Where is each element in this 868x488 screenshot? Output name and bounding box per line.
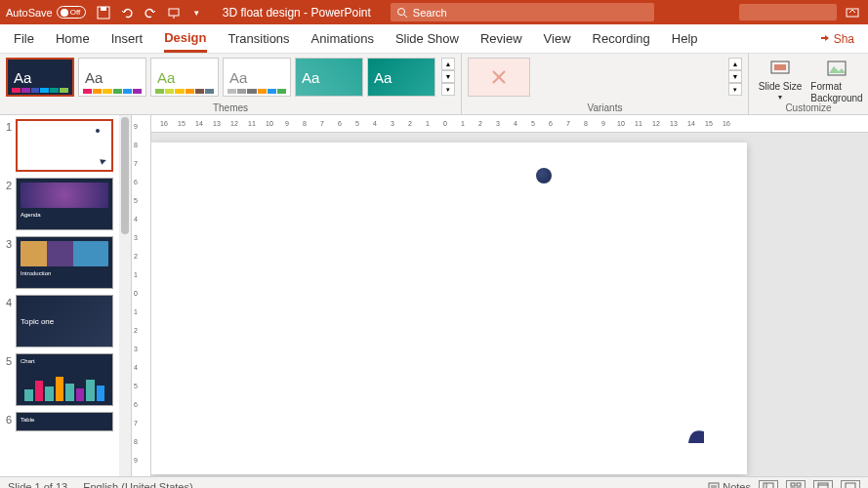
document-title: 3D float design - PowerPoint — [223, 6, 371, 20]
svg-line-5 — [404, 15, 407, 18]
theme-thumb-2[interactable]: Aa — [78, 58, 146, 97]
autosave-switch[interactable]: Off — [57, 6, 86, 19]
slide-canvas[interactable] — [151, 142, 747, 474]
svg-rect-16 — [764, 483, 773, 489]
slide-thumb-row: 3 Introduction — [2, 236, 129, 289]
format-background-icon — [826, 58, 847, 79]
sorter-view-button[interactable] — [786, 480, 806, 489]
tab-review[interactable]: Review — [480, 26, 522, 51]
share-icon — [819, 33, 831, 45]
svg-rect-24 — [846, 483, 855, 489]
slide-thumb-row: 4 Topic one — [2, 295, 129, 347]
tab-insert[interactable]: Insert — [111, 26, 144, 51]
tab-slideshow[interactable]: Slide Show — [395, 26, 459, 51]
vertical-ruler: 9876543210123456789 — [132, 115, 151, 476]
svg-rect-7 — [821, 37, 825, 39]
svg-rect-18 — [791, 483, 795, 486]
themes-scroll-up[interactable]: ▲ — [441, 58, 455, 70]
tab-help[interactable]: Help — [672, 26, 698, 51]
slide-thumb-row: 1 — [2, 119, 129, 172]
svg-point-4 — [397, 8, 404, 15]
title-bar: AutoSave Off ▾ 3D float design - PowerPo… — [0, 0, 868, 24]
autosave-label: AutoSave — [6, 7, 53, 19]
language-status[interactable]: English (United States) — [83, 481, 193, 489]
svg-rect-19 — [797, 483, 801, 486]
theme-thumb-1[interactable]: Aa — [6, 58, 74, 97]
customize-group: Slide Size ▾ Format Background Customize — [749, 54, 868, 114]
canvas-area[interactable] — [151, 133, 868, 476]
slide-size-icon — [769, 58, 791, 79]
workspace: 1 2 Agenda 3 Introduction 4 Topic one 5 … — [0, 115, 868, 476]
svg-rect-22 — [818, 483, 828, 489]
customize-group-label: Customize — [749, 102, 868, 113]
close-icon — [489, 67, 509, 87]
variants-scroll-up[interactable]: ▲ — [728, 58, 742, 70]
slide-thumb-2[interactable]: Agenda — [16, 178, 113, 230]
normal-view-button[interactable] — [759, 480, 778, 489]
quick-access-toolbar: ▾ — [96, 5, 205, 20]
theme-thumb-3[interactable]: Aa — [150, 58, 219, 97]
themes-group-label: Themes — [0, 102, 461, 113]
variants-expand[interactable]: ▾ — [728, 83, 742, 96]
horizontal-ruler: 1615141312111098765432101234567891011121… — [151, 115, 868, 133]
tab-transitions[interactable]: Transitions — [228, 26, 290, 51]
svg-rect-2 — [169, 9, 179, 16]
variant-thumb-1[interactable] — [468, 58, 530, 97]
slide-thumbnails-panel: 1 2 Agenda 3 Introduction 4 Topic one 5 … — [0, 115, 132, 476]
qa-dropdown-icon[interactable]: ▾ — [189, 5, 205, 20]
svg-rect-1 — [101, 7, 106, 11]
variants-group-label: Variants — [462, 102, 748, 113]
variants-scroll-down[interactable]: ▼ — [728, 70, 742, 83]
ribbon-design: Aa Aa Aa Aa Aa Aa ▲ ▼ ▾ Themes ▲ ▼ ▾ Var… — [0, 54, 868, 115]
titlebar-right — [739, 4, 862, 20]
reading-view-button[interactable] — [813, 480, 833, 489]
slideshow-view-button[interactable] — [841, 480, 860, 489]
tab-animations[interactable]: Animations — [311, 26, 374, 51]
themes-scroll-down[interactable]: ▼ — [441, 70, 455, 83]
autosave-toggle[interactable]: AutoSave Off — [6, 6, 86, 19]
slide-thumb-4[interactable]: Topic one — [16, 295, 113, 347]
slide-thumb-3[interactable]: Introduction — [16, 236, 113, 289]
search-input[interactable]: Search — [391, 3, 654, 21]
user-account[interactable] — [739, 4, 837, 20]
variants-scroll: ▲ ▼ ▾ — [728, 58, 742, 96]
editor-area: 1615141312111098765432101234567891011121… — [151, 115, 868, 476]
slide-thumb-row: 2 Agenda — [2, 178, 129, 230]
slide-thumb-row: 5 Chart — [2, 353, 129, 406]
ribbon-options-icon[interactable] — [843, 5, 862, 20]
slide-thumb-1[interactable] — [16, 119, 113, 172]
tab-design[interactable]: Design — [164, 25, 206, 53]
sphere-shape[interactable] — [536, 168, 552, 183]
undo-icon[interactable] — [119, 5, 135, 20]
notes-icon — [708, 482, 720, 489]
themes-expand[interactable]: ▾ — [441, 83, 455, 96]
save-icon[interactable] — [96, 5, 111, 20]
svg-rect-11 — [774, 64, 786, 70]
redo-icon[interactable] — [143, 5, 158, 20]
status-bar: Slide 1 of 13 English (United States) No… — [0, 476, 868, 488]
slide-thumb-5[interactable]: Chart — [16, 353, 113, 406]
tab-home[interactable]: Home — [56, 26, 90, 51]
theme-thumb-4[interactable]: Aa — [223, 58, 291, 97]
chevron-down-icon: ▾ — [778, 93, 782, 102]
slide-thumb-6[interactable]: Table — [16, 412, 113, 431]
theme-thumb-6[interactable]: Aa — [367, 58, 435, 97]
variants-group: ▲ ▼ ▾ Variants — [462, 54, 749, 114]
notes-button[interactable]: Notes — [708, 481, 751, 489]
thumbnails-scrollbar[interactable] — [119, 115, 131, 476]
share-button[interactable]: Sha — [819, 32, 854, 46]
theme-thumb-5[interactable]: Aa — [295, 58, 363, 97]
presentation-icon[interactable] — [166, 5, 182, 20]
tab-recording[interactable]: Recording — [593, 26, 650, 51]
tab-file[interactable]: File — [14, 26, 34, 51]
slide-thumb-row: 6 Table — [2, 412, 129, 431]
search-icon — [396, 7, 408, 19]
tab-view[interactable]: View — [544, 26, 571, 51]
wedge-shape[interactable] — [684, 422, 708, 445]
slide-position[interactable]: Slide 1 of 13 — [8, 481, 67, 489]
themes-group: Aa Aa Aa Aa Aa Aa ▲ ▼ ▾ Themes — [0, 54, 462, 114]
ribbon-tabs: File Home Insert Design Transitions Anim… — [0, 24, 868, 54]
themes-scroll: ▲ ▼ ▾ — [441, 58, 455, 96]
